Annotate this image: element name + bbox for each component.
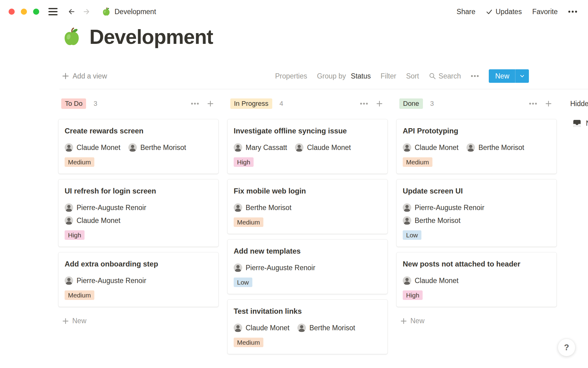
page-title[interactable]: Development — [89, 25, 213, 48]
assignee-avatar-icon — [403, 143, 411, 152]
sort-button[interactable]: Sort — [406, 72, 419, 80]
hamburger-menu-icon[interactable] — [48, 8, 58, 15]
assignee: Berthe Morisot — [297, 324, 355, 332]
plus-icon — [545, 100, 552, 107]
assignee-name: Claude Monet — [77, 217, 120, 225]
column-add-card-button[interactable] — [545, 100, 552, 107]
card-assignees: Pierre-Auguste Renoir — [234, 263, 381, 272]
properties-button[interactable]: Properties — [275, 72, 307, 80]
new-button-label: New — [489, 69, 515, 83]
column-count: 3 — [430, 100, 434, 108]
assignee: Pierre-Auguste Renoir — [65, 203, 146, 212]
card-title: Investigate offline syncing issue — [234, 125, 381, 136]
card-assignees: Claude Monet Berthe Morisot — [65, 143, 212, 152]
kanban-card[interactable]: Fix mobile web login Berthe Morisot Medi… — [227, 179, 388, 234]
group-by-button[interactable]: Group by Status — [317, 72, 371, 80]
assignee: Berthe Morisot — [234, 203, 292, 212]
plus-icon — [376, 100, 383, 107]
assignee-avatar-icon — [295, 143, 303, 152]
assignee-row: Berthe Morisot — [403, 216, 550, 225]
green-apple-icon — [102, 7, 111, 16]
assignee-row: Pierre-Auguste Renoir — [403, 203, 550, 212]
filter-button[interactable]: Filter — [381, 72, 396, 80]
assignee-name: Berthe Morisot — [140, 144, 186, 152]
assignee-row: Claude Monet Berthe Morisot — [234, 324, 381, 332]
kanban-card[interactable]: Create rewards screen Claude Monet Berth… — [58, 119, 219, 174]
column-cards: Investigate offline syncing issue Mary C… — [227, 119, 388, 354]
forward-arrow-icon — [82, 7, 91, 16]
add-card-label: New — [410, 317, 424, 325]
add-card-label: New — [72, 317, 86, 325]
column-more-button[interactable] — [529, 102, 537, 105]
back-button[interactable] — [67, 7, 76, 16]
column-badge[interactable]: To Do — [61, 98, 86, 109]
column-more-button[interactable] — [360, 102, 368, 105]
hidden-group-no-status[interactable]: No Status — [565, 118, 588, 128]
view-toolbar: Add a view Properties Group by Status Fi… — [62, 69, 529, 83]
avatar — [234, 263, 242, 272]
column-add-card-button[interactable] — [376, 100, 383, 107]
hidden-group-label: No Status — [586, 119, 588, 128]
column-add-card-button[interactable] — [207, 100, 214, 107]
page-icon-apple[interactable] — [62, 27, 81, 47]
share-button[interactable]: Share — [457, 8, 475, 16]
assignee-avatar-icon — [297, 324, 306, 332]
search-button[interactable]: Search — [429, 72, 461, 80]
assignee: Pierre-Auguste Renoir — [65, 276, 146, 285]
toolbar-divider — [59, 89, 588, 89]
assignee-avatar-icon — [65, 203, 73, 212]
assignee: Claude Monet — [65, 216, 120, 225]
card-title: Update screen UI — [403, 186, 550, 197]
assignee-name: Claude Monet — [307, 144, 351, 152]
kanban-card[interactable]: Add extra onboarding step Pierre-Auguste… — [58, 252, 219, 307]
priority-badge: High — [234, 157, 254, 167]
updates-button[interactable]: Updates — [486, 8, 522, 16]
assignee: Claude Monet — [65, 143, 120, 152]
assignee-name: Berthe Morisot — [246, 204, 292, 212]
chevron-down-icon — [519, 73, 525, 79]
close-window-button[interactable] — [9, 9, 15, 15]
avatar — [466, 143, 475, 152]
column-more-button[interactable] — [191, 102, 199, 105]
kanban-card[interactable]: API Prototyping Claude Monet Berthe Mori… — [396, 119, 557, 174]
avatar — [65, 276, 73, 285]
column-badge[interactable]: In Progress — [230, 98, 272, 109]
zoom-window-button[interactable] — [33, 9, 39, 15]
favorite-button[interactable]: Favorite — [532, 8, 558, 16]
assignee-row: Pierre-Auguste Renoir — [65, 276, 212, 285]
add-card-button[interactable]: New — [58, 317, 219, 325]
avatar — [403, 203, 411, 212]
new-button-dropdown[interactable] — [515, 69, 529, 83]
forward-button[interactable] — [82, 7, 91, 16]
column-count: 3 — [93, 100, 97, 108]
kanban-card[interactable]: Add new templates Pierre-Auguste Renoir … — [227, 239, 388, 294]
assignee-row: Claude Monet Berthe Morisot — [403, 143, 550, 152]
assignee: Mary Cassatt — [234, 143, 287, 152]
card-title: Create rewards screen — [65, 125, 212, 136]
assignee-row: Claude Monet Berthe Morisot — [65, 143, 212, 152]
avatar — [128, 143, 137, 152]
column-badge[interactable]: Done — [399, 98, 423, 109]
add-view-button[interactable]: Add a view — [62, 72, 107, 80]
topbar-more-button[interactable] — [568, 10, 577, 13]
minimize-window-button[interactable] — [21, 9, 27, 15]
assignee-avatar-icon — [234, 143, 242, 152]
card-title: New posts not attached to header — [403, 259, 550, 270]
help-label: ? — [564, 343, 569, 352]
breadcrumb-document[interactable]: Development — [102, 7, 156, 16]
add-card-button[interactable]: New — [396, 317, 557, 325]
toolbar-more-button[interactable] — [471, 75, 479, 77]
kanban-card[interactable]: Update screen UI Pierre-Auguste Renoir B… — [396, 179, 557, 247]
kanban-card[interactable]: Test invitation links Claude Monet Berth… — [227, 299, 388, 354]
new-button[interactable]: New — [489, 69, 529, 83]
breadcrumb-title: Development — [115, 8, 156, 16]
kanban-card[interactable]: New posts not attached to header Claude … — [396, 252, 557, 307]
assignee-row: Claude Monet — [403, 276, 550, 285]
kanban-card[interactable]: Investigate offline syncing issue Mary C… — [227, 119, 388, 174]
assignee: Claude Monet — [295, 143, 351, 152]
assignee: Berthe Morisot — [128, 143, 186, 152]
kanban-card[interactable]: UI refresh for login screen Pierre-Augus… — [58, 179, 219, 247]
avatar — [65, 216, 73, 225]
checkmark-icon — [486, 8, 493, 15]
help-button[interactable]: ? — [558, 339, 575, 356]
